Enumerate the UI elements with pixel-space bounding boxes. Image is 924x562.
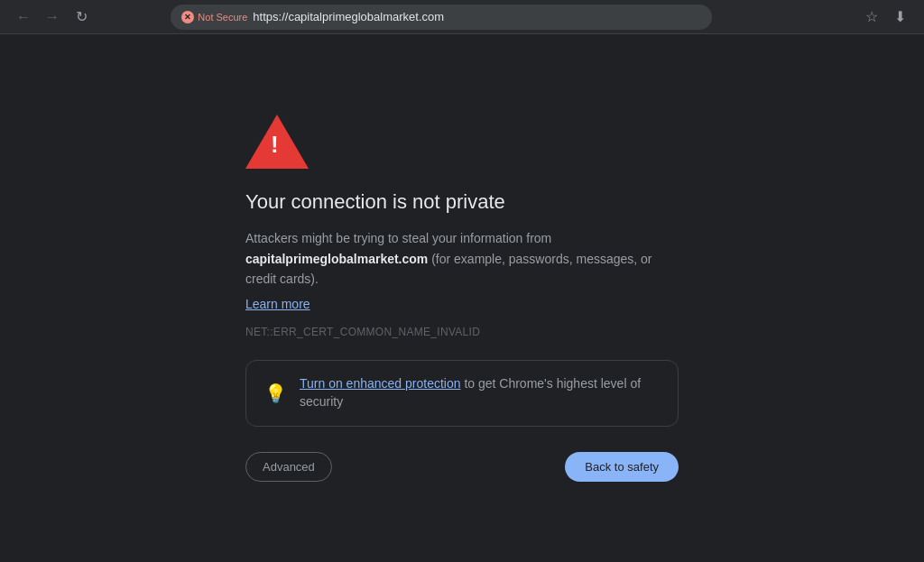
error-title: Your connection is not private [245, 190, 679, 214]
enhanced-protection-link[interactable]: Turn on enhanced protection [300, 376, 461, 391]
url-domain: capitalprimeglobalmarket.com [288, 10, 444, 23]
protection-text: Turn on enhanced protection to get Chrom… [300, 375, 660, 410]
reload-button[interactable]: ↻ [69, 5, 94, 30]
url-text: https://capitalprimeglobalmarket.com [253, 10, 444, 23]
url-protocol: https:// [253, 10, 288, 23]
learn-more-link[interactable]: Learn more [245, 297, 310, 311]
address-bar[interactable]: ✕ Not Secure https://capitalprimeglobalm… [171, 5, 712, 30]
browser-chrome: ← → ↻ ✕ Not Secure https://capitalprimeg… [0, 0, 924, 34]
forward-button[interactable]: → [40, 5, 65, 30]
action-buttons: Advanced Back to safety [245, 452, 679, 482]
bookmark-button[interactable]: ☆ [859, 5, 884, 30]
security-label: Not Secure [198, 12, 247, 23]
error-description: Attackers might be trying to steal your … [245, 228, 679, 289]
not-secure-icon: ✕ [181, 11, 194, 23]
content-area: Your connection is not private Attackers… [0, 34, 924, 562]
protection-box: 💡 Turn on enhanced protection to get Chr… [245, 360, 679, 426]
lightbulb-icon: 💡 [264, 382, 287, 404]
back-button[interactable]: ← [11, 5, 36, 30]
description-domain: capitalprimeglobalmarket.com [245, 252, 428, 266]
warning-triangle [245, 115, 309, 169]
nav-buttons: ← → ↻ [11, 5, 94, 30]
toolbar-actions: ☆ ⬇ [859, 5, 913, 30]
description-line1: Attackers might be trying to steal your … [245, 231, 551, 245]
back-to-safety-button[interactable]: Back to safety [565, 452, 679, 482]
error-code: NET::ERR_CERT_COMMON_NAME_INVALID [245, 326, 679, 338]
download-button[interactable]: ⬇ [888, 5, 913, 30]
security-indicator: ✕ Not Secure [181, 11, 247, 23]
advanced-button[interactable]: Advanced [245, 452, 332, 482]
error-container: Your connection is not private Attackers… [227, 97, 697, 499]
warning-icon-container [245, 115, 679, 169]
